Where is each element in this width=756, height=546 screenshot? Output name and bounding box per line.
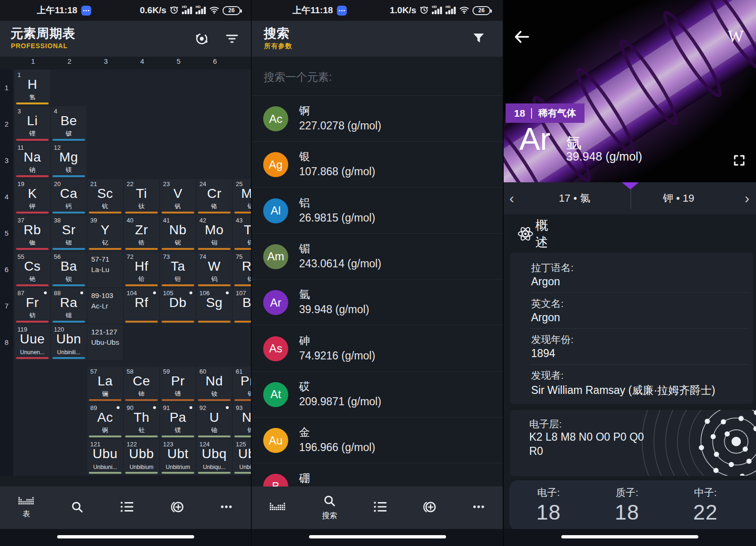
next-chevron-icon[interactable]: › (745, 182, 749, 214)
element-cell-Hf[interactable]: 72Hf铪 (124, 252, 159, 287)
element-cell-Fr[interactable]: 87Fr钫 (15, 288, 50, 324)
series-placeholder-La-Lu[interactable]: 57-71La-Lu (87, 252, 123, 287)
nav-add[interactable] (170, 501, 184, 515)
element-cell-Db[interactable]: 105Db (160, 288, 196, 324)
next-element[interactable]: 钾 • 19 (641, 182, 716, 214)
element-cell-Uue[interactable]: 119UueUnunen... (15, 324, 50, 360)
atom-orbit-icon[interactable] (194, 31, 209, 46)
nav-more[interactable] (472, 501, 485, 515)
element-cell-Ce[interactable]: 58Ce铈 (124, 367, 159, 402)
group-column-header: 4 (133, 57, 152, 65)
nav-table-active[interactable]: 表 (18, 497, 34, 519)
search-result-At[interactable]: At 砹 209.9871 (g/mol) (252, 372, 503, 418)
wikipedia-icon[interactable]: W (728, 26, 744, 46)
element-cell-Be[interactable]: 4Be铍 (51, 106, 86, 142)
element-cell-U[interactable]: 92U铀 (197, 403, 232, 438)
prev-chevron-icon[interactable]: ‹ (509, 182, 514, 214)
element-cell-La[interactable]: 57La镧 (87, 367, 123, 402)
element-cell-Th[interactable]: 90Th钍 (124, 403, 159, 438)
search-result-Al[interactable]: Al 铝 26.9815 (g/mol) (252, 188, 503, 234)
element-cell-Ubp[interactable]: 125UbpUnbipe... (233, 439, 251, 475)
nav-search-active[interactable]: 搜索 (322, 495, 337, 521)
element-cell-Rb[interactable]: 37Rb铷 (15, 215, 50, 251)
radioactive-dot (117, 406, 120, 409)
funnel-filter-icon[interactable] (472, 31, 485, 46)
badge-divider (531, 108, 532, 119)
element-cell-Li[interactable]: 3Li锂 (15, 106, 50, 142)
element-cell-Ba[interactable]: 56Ba钡 (51, 252, 86, 287)
element-cell-H[interactable]: 1H氢 (15, 70, 50, 105)
radioactive-dot (153, 406, 156, 409)
element-cell-Ubq[interactable]: 124UbqUnbiqu... (197, 439, 232, 475)
element-cell-Sg[interactable]: 106Sg (197, 288, 232, 324)
element-cell-Y[interactable]: 39Y钇 (87, 215, 123, 251)
element-cell-W[interactable]: 74W钨 (197, 252, 232, 287)
element-cell-Ubb[interactable]: 122UbbUnbibium (124, 439, 159, 475)
nav-table[interactable] (270, 503, 286, 513)
element-cell-Cr[interactable]: 24Cr铬 (197, 179, 232, 214)
element-cell-Sr[interactable]: 38Sr锶 (51, 215, 86, 251)
element-cell-Pm[interactable]: 61Pm钷 (233, 367, 251, 402)
element-cell-Ac[interactable]: 89Ac锕 (87, 403, 123, 438)
nav-more[interactable] (220, 501, 232, 515)
element-cell-Re[interactable]: 75Re铼 (233, 252, 251, 287)
element-cell-V[interactable]: 23V钒 (160, 179, 196, 214)
result-mass: 74.9216 (g/mol) (299, 350, 375, 362)
element-cell-Mo[interactable]: 42Mo钼 (197, 215, 232, 251)
network-speed: 1.0K/s (390, 5, 416, 16)
search-result-Ac[interactable]: Ac 锕 227.0278 (g/mol) (252, 96, 503, 142)
status-time: 上午11:18 (37, 4, 77, 17)
nav-search[interactable] (71, 501, 84, 515)
divider (630, 188, 631, 209)
element-cell-Ta[interactable]: 73Ta钽 (160, 252, 196, 287)
home-indicator[interactable] (57, 535, 194, 538)
series-placeholder-Ubu-Ubs[interactable]: 121-127Ubu-Ubs (87, 324, 123, 360)
element-cell-Tc[interactable]: 43Tc锝 (233, 215, 251, 251)
element-cell-Nd[interactable]: 60Nd钕 (197, 367, 232, 402)
element-cell-Zr[interactable]: 40Zr锆 (124, 215, 159, 251)
nav-list[interactable] (120, 501, 133, 515)
signal-icon: HD (432, 5, 442, 16)
search-result-Am[interactable]: Am 镅 243.0614 (g/mol) (252, 234, 503, 280)
nav-list[interactable] (373, 501, 387, 515)
prev-element[interactable]: 17 • 氯 (532, 182, 617, 214)
element-cell-Pa[interactable]: 91Pa镤 (160, 403, 196, 438)
element-cell-Ubt[interactable]: 123UbtUnbitrium (160, 439, 196, 475)
element-cell-Mn[interactable]: 25Mn锰 (233, 179, 251, 214)
search-result-Ar[interactable]: Ar 氩 39.948 (g/mol) (252, 280, 503, 325)
search-result-As[interactable]: As 砷 74.9216 (g/mol) (252, 326, 503, 372)
element-cell-Nb[interactable]: 41Nb铌 (160, 215, 196, 251)
back-icon[interactable] (513, 27, 532, 46)
element-hero: W 18 稀有气体 Ar 氩 39.948 (g/mol) (504, 0, 756, 182)
result-name: 镅 (299, 241, 310, 256)
element-cell-Ubu[interactable]: 121UbuUnbiuni... (87, 439, 123, 475)
radioactive-dot (226, 291, 229, 294)
sort-filter-icon[interactable] (225, 31, 239, 46)
nav-label: 搜索 (322, 511, 337, 521)
element-cell-Sc[interactable]: 21Sc钪 (87, 179, 123, 214)
element-cell-Ra[interactable]: 88Ra镭 (51, 288, 86, 324)
element-cell-Cs[interactable]: 55Cs铯 (15, 252, 50, 287)
element-cell-Rf[interactable]: 104Rf (124, 288, 159, 324)
nav-add[interactable] (422, 501, 436, 515)
radioactive-dot (44, 291, 47, 294)
search-result-Au[interactable]: Au 金 196.966 (g/mol) (252, 418, 503, 463)
element-cell-Ca[interactable]: 20Ca钙 (51, 179, 86, 214)
group-column-header: 3 (96, 57, 115, 65)
search-input[interactable]: 搜索一个元素: (264, 70, 332, 85)
element-cell-Mg[interactable]: 12Mg镁 (51, 143, 86, 178)
search-result-Ag[interactable]: Ag 银 107.868 (g/mol) (252, 142, 503, 188)
element-cell-K[interactable]: 19K钾 (15, 179, 50, 214)
stat-电子: 电子:18 (509, 480, 588, 530)
element-cell-Na[interactable]: 11Na钠 (15, 143, 50, 178)
element-cell-Ubn[interactable]: 120UbnUnbinili... (51, 324, 86, 360)
element-cell-Np[interactable]: 93Np镎 (233, 403, 251, 438)
home-indicator[interactable] (309, 535, 446, 538)
element-cell-Pr[interactable]: 59Pr镨 (160, 367, 196, 402)
element-cell-Bh[interactable]: 107Bh (233, 288, 251, 324)
fullscreen-icon[interactable] (733, 154, 746, 167)
series-placeholder-Ac-Lr[interactable]: 89-103Ac-Lr (87, 288, 123, 324)
home-indicator[interactable] (561, 535, 698, 538)
element-cell-Ti[interactable]: 22Ti钛 (124, 179, 159, 214)
element-avatar: Am (263, 244, 288, 269)
